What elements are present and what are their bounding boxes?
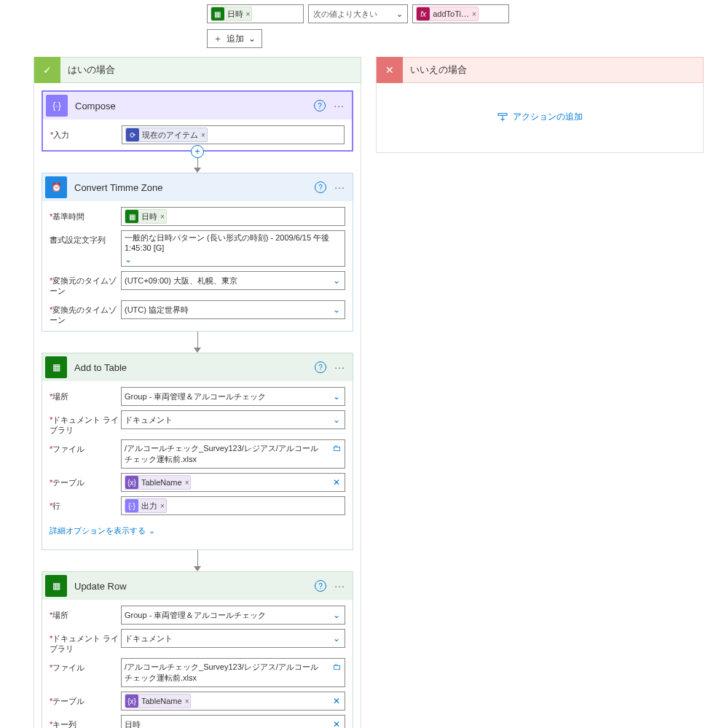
close-icon[interactable]: × — [160, 502, 165, 510]
compose-input[interactable]: ⟳現在のアイテム× — [122, 125, 345, 144]
ur-table-input[interactable]: {x}TableName×✕ — [121, 692, 345, 711]
at-file-label: ファイル — [52, 445, 84, 453]
at-table-token: TableName — [141, 478, 182, 487]
condition-area: ▦日時× 次の値より大きい ⌄ fxaddToTi…× ＋ 追加 ⌄ — [0, 0, 716, 57]
convert-timezone-card: ⏰ Convert Timme Zone ? ··· *基準時間 ▦日時× 書式… — [42, 173, 353, 332]
help-icon[interactable]: ? — [314, 100, 326, 111]
ctz-src-label: 変換元のタイムゾーン — [50, 276, 117, 295]
ur-lib-label: ドキュメント ライブラリ — [50, 634, 119, 653]
fx-icon: fx — [417, 7, 430, 20]
ctz-src-value: (UTC+09:00) 大阪、札幌、東京 — [125, 275, 237, 286]
excel-icon: ▦ — [45, 575, 67, 597]
condition-operator-text: 次の値より大きい — [313, 9, 377, 20]
ur-table-label: テーブル — [52, 697, 84, 705]
ctz-dst-label: 変換先のタイムゾーン — [50, 305, 117, 324]
ur-keycol-input[interactable]: 日時✕ — [121, 715, 345, 728]
ctz-title: Convert Timme Zone — [67, 182, 162, 193]
ur-lib-dropdown[interactable]: ドキュメント⌄ — [121, 629, 345, 648]
at-loc-value: Group - 車両管理＆アルコールチェック — [125, 391, 266, 402]
clear-icon[interactable]: ✕ — [333, 719, 340, 728]
chevron-down-icon: ⌄ — [333, 305, 340, 315]
add-to-table-header[interactable]: ▦ Add to Table ? ··· — [42, 353, 353, 381]
add-to-table-title: Add to Table — [67, 362, 127, 373]
check-icon: ✓ — [34, 57, 60, 83]
folder-icon[interactable]: 🗀 — [333, 662, 342, 672]
at-show-advanced[interactable]: 詳細オプションを表示する⌄ — [50, 520, 345, 544]
condition-left-input[interactable]: ▦日時× — [207, 4, 304, 23]
ctz-base-label: 基準時間 — [52, 212, 84, 221]
add-action-label: アクションの追加 — [513, 111, 583, 123]
close-icon[interactable]: × — [246, 10, 251, 18]
plus-icon: ＋ — [213, 33, 222, 45]
ur-loc-dropdown[interactable]: Group - 車両管理＆アルコールチェック⌄ — [121, 606, 345, 625]
ctz-fmt-dropdown[interactable]: 一般的な日時パターン (長い形式の時刻) - 2009/6/15 午後 1:45… — [121, 230, 345, 267]
at-file-input[interactable]: /アルコールチェック_Survey123/レジアス/アルコールチェック運転前.x… — [121, 439, 345, 469]
at-row-input[interactable]: {·}出力× — [121, 496, 345, 515]
condition-left-token: 日時 — [227, 9, 243, 20]
close-icon[interactable]: × — [185, 479, 189, 487]
at-table-input[interactable]: {x}TableName×✕ — [121, 473, 345, 492]
close-icon[interactable]: × — [160, 213, 165, 221]
yes-branch-header[interactable]: ✓ はいの場合 — [34, 57, 361, 83]
help-icon[interactable]: ? — [315, 181, 326, 193]
update-row-title: Update Row — [67, 581, 127, 592]
chevron-down-icon: ⌄ — [333, 633, 340, 643]
ur-file-input[interactable]: /アルコールチェック_Survey123/レジアス/アルコールチェック運転前.x… — [121, 658, 345, 687]
at-lib-dropdown[interactable]: ドキュメント⌄ — [121, 410, 345, 429]
clock-icon: ⏰ — [45, 176, 67, 198]
help-icon[interactable]: ? — [315, 361, 326, 373]
ctz-base-input[interactable]: ▦日時× — [121, 207, 345, 226]
close-icon[interactable]: × — [201, 131, 205, 139]
compose-icon: {·} — [46, 95, 68, 117]
chevron-down-icon: ⌄ — [333, 391, 340, 402]
update-row-header[interactable]: ▦ Update Row ? ··· — [42, 572, 353, 600]
menu-icon[interactable]: ··· — [334, 361, 345, 373]
clear-icon[interactable]: ✕ — [333, 477, 340, 488]
cross-icon: ✕ — [377, 57, 403, 83]
ur-file-label: ファイル — [52, 663, 84, 672]
add-to-table-card: ▦ Add to Table ? ··· *場所 Group - 車両管理＆アル… — [42, 353, 353, 550]
compose-card: {·} Compose ? ··· *入力 ⟳現在のアイテム× — [42, 90, 353, 152]
yes-branch-title: はいの場合 — [60, 63, 115, 77]
excel-icon: ▦ — [45, 356, 67, 378]
folder-icon[interactable]: 🗀 — [333, 443, 342, 453]
menu-icon[interactable]: ··· — [334, 100, 345, 111]
condition-operator-dropdown[interactable]: 次の値より大きい ⌄ — [308, 4, 408, 23]
close-icon[interactable]: × — [185, 697, 189, 705]
svg-rect-0 — [498, 113, 507, 115]
condition-right-input[interactable]: fxaddToTi…× — [412, 4, 509, 23]
add-action-button[interactable]: アクションの追加 — [497, 111, 583, 123]
chevron-down-icon: ⌄ — [333, 415, 340, 425]
at-table-label: テーブル — [52, 478, 84, 487]
ur-table-token: TableName — [141, 697, 182, 705]
no-branch-header[interactable]: ✕ いいえの場合 — [376, 57, 704, 83]
chevron-down-icon: ⌄ — [125, 254, 132, 265]
menu-icon[interactable]: ··· — [334, 181, 345, 193]
menu-icon[interactable]: ··· — [334, 580, 345, 592]
excel-icon: ▦ — [125, 210, 138, 223]
ur-keycol-value: 日時 — [125, 719, 141, 729]
at-row-label: 行 — [52, 501, 60, 510]
add-action-icon — [497, 111, 508, 123]
ctz-src-dropdown[interactable]: (UTC+09:00) 大阪、札幌、東京 ⌄ — [121, 271, 345, 290]
ur-lib-value: ドキュメント — [125, 633, 173, 644]
add-row-label: 追加 — [227, 33, 244, 45]
at-loc-dropdown[interactable]: Group - 車両管理＆アルコールチェック⌄ — [121, 387, 345, 406]
ur-keycol-label: キー列 — [52, 720, 76, 728]
ctz-dst-dropdown[interactable]: (UTC) 協定世界時 ⌄ — [121, 300, 345, 319]
loop-icon: ⟳ — [126, 128, 139, 141]
ctz-header[interactable]: ⏰ Convert Timme Zone ? ··· — [42, 173, 353, 201]
add-step-button[interactable]: + — [191, 145, 204, 158]
at-loc-label: 場所 — [52, 392, 68, 401]
no-branch-title: いいえの場合 — [403, 63, 467, 77]
add-row-button[interactable]: ＋ 追加 ⌄ — [207, 29, 262, 48]
compose-token: 現在のアイテム — [142, 130, 198, 141]
help-icon[interactable]: ? — [315, 580, 326, 592]
close-icon[interactable]: × — [472, 10, 476, 18]
compose-header[interactable]: {·} Compose ? ··· — [43, 92, 352, 120]
chevron-down-icon: ⌄ — [333, 610, 340, 620]
ctz-fmt-value: 一般的な日時パターン (長い形式の時刻) - 2009/6/15 午後 1:45… — [125, 232, 340, 252]
clear-icon[interactable]: ✕ — [333, 696, 340, 706]
var-icon: {x} — [125, 694, 138, 708]
ur-file-value: /アルコールチェック_Survey123/レジアス/アルコールチェック運転前.x… — [125, 662, 321, 684]
